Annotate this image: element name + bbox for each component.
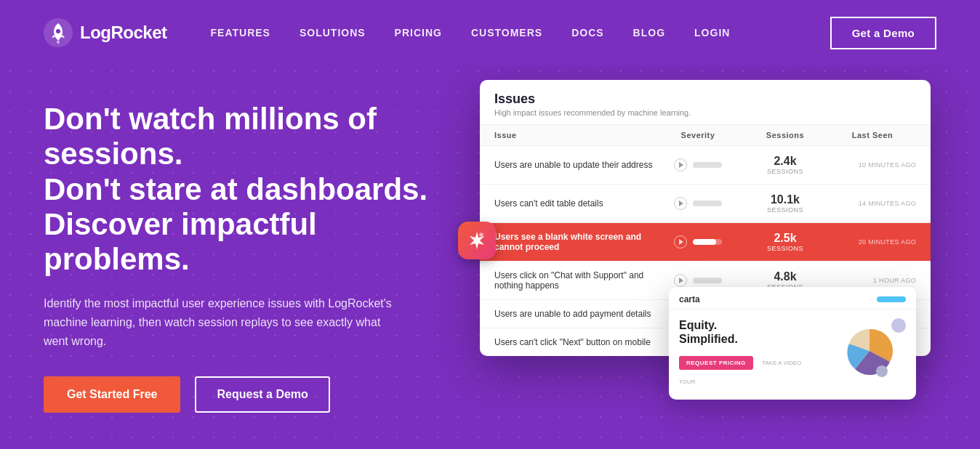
get-started-button[interactable]: Get Started Free	[44, 376, 180, 413]
carta-avatar2	[876, 365, 888, 377]
sessions-label: SESSIONS	[742, 206, 829, 214]
rocket-icon	[44, 18, 73, 47]
table-row-highlighted[interactable]: Users see a blank white screen and canno…	[480, 223, 931, 262]
nav-features[interactable]: FEATURES	[211, 27, 270, 39]
svg-point-1	[56, 29, 60, 33]
sessions-cell: 2.4k SESSIONS	[742, 155, 829, 175]
carta-body: Equity.Simplified. REQUEST PRICING TAKE …	[669, 310, 916, 400]
logo[interactable]: LogRocket	[44, 18, 167, 47]
sparkle-icon	[467, 230, 487, 251]
svg-point-2	[57, 41, 60, 44]
sessions-label: SESSIONS	[742, 168, 829, 175]
sessions-count: 4.8k	[742, 270, 829, 283]
last-seen: 1 HOUR AGO	[829, 277, 916, 284]
play-icon	[674, 274, 687, 287]
hero-buttons: Get Started Free Request a Demo	[44, 376, 451, 413]
logo-text: LogRocket	[80, 23, 167, 43]
nav-login[interactable]: LOGIN	[694, 27, 730, 39]
nav-docs[interactable]: DOCS	[571, 27, 603, 39]
issue-name: Users are unable to add payment details	[494, 309, 654, 319]
last-seen: 10 MINUTES AGO	[829, 161, 916, 169]
col-sessions: Sessions	[742, 131, 829, 139]
carta-header: carta	[669, 287, 916, 310]
carta-indicator	[877, 296, 906, 302]
table-row[interactable]: Users are unable to update their address…	[480, 146, 931, 185]
issues-subtitle: High impact issues recommended by machin…	[494, 108, 916, 117]
nav-customers[interactable]: CUSTOMERS	[471, 27, 542, 39]
col-issue: Issue	[494, 131, 654, 139]
hero-left: Don't watch millions of sessions. Don't …	[44, 87, 451, 413]
headline-line1: Don't watch millions of	[44, 102, 377, 136]
headline-line2: sessions.	[44, 137, 182, 171]
issue-name: Users are unable to update their address	[494, 160, 654, 170]
issue-name: Users can't click "Next" button on mobil…	[494, 337, 654, 347]
request-demo-button[interactable]: Request a Demo	[195, 376, 329, 413]
col-severity: Severity	[654, 131, 742, 139]
carta-text: Equity.Simplified. REQUEST PRICING TAKE …	[679, 318, 804, 391]
navbar: LogRocket FEATURES SOLUTIONS PRICING CUS…	[0, 0, 980, 65]
col-last-seen: Last Seen	[829, 131, 916, 139]
issues-table-header: Issue Severity Sessions Last Seen	[480, 124, 931, 146]
carta-panel: carta Equity.Simplified. REQUEST PRICING…	[669, 287, 916, 400]
severity-cell	[654, 197, 742, 210]
severity-cell	[654, 235, 742, 248]
play-icon	[674, 158, 687, 171]
severity-cell	[654, 274, 742, 287]
nav-blog[interactable]: BLOG	[633, 27, 665, 39]
nav-solutions[interactable]: SOLUTIONS	[300, 27, 366, 39]
carta-headline: Equity.Simplified.	[679, 318, 804, 346]
headline-line3: Don't stare at dashboards.	[44, 172, 427, 206]
carta-cta-button[interactable]: REQUEST PRICING	[679, 356, 753, 370]
issue-name: Users can't edit table details	[494, 198, 654, 209]
last-seen: 14 MINUTES AGO	[829, 200, 916, 207]
get-demo-button[interactable]: Get a Demo	[830, 17, 936, 49]
nav-pricing[interactable]: PRICING	[395, 27, 442, 39]
table-row[interactable]: Users can't edit table details 10.1k SES…	[480, 185, 931, 223]
pie-chart	[840, 322, 899, 380]
hero-section: Don't watch millions of sessions. Don't …	[0, 65, 980, 449]
hero-subtext: Identify the most impactful user experie…	[44, 294, 393, 350]
play-icon	[674, 197, 687, 210]
ml-spark-icon	[458, 222, 496, 259]
issues-title: Issues	[494, 92, 916, 107]
play-icon	[674, 235, 687, 248]
issue-name: Users click on "Chat with Support" and n…	[494, 270, 654, 291]
issues-header: Issues High impact issues recommended by…	[480, 80, 931, 124]
sessions-count: 2.4k	[742, 155, 829, 168]
hero-headline: Don't watch millions of sessions. Don't …	[44, 102, 451, 277]
sessions-cell: 10.1k SESSIONS	[742, 193, 829, 214]
sessions-count: 2.5k	[742, 232, 829, 245]
sessions-label: SESSIONS	[742, 245, 829, 252]
nav-links: FEATURES SOLUTIONS PRICING CUSTOMERS DOC…	[211, 27, 830, 39]
sessions-cell: 2.5k SESSIONS	[742, 232, 829, 252]
carta-logo: carta	[679, 294, 700, 304]
headline-line4: Discover impactful problems.	[44, 207, 317, 276]
severity-cell	[654, 158, 742, 171]
sessions-count: 10.1k	[742, 193, 829, 206]
carta-chart	[811, 318, 906, 391]
last-seen: 20 MINUTES AGO	[829, 238, 916, 246]
issue-name: Users see a blank white screen and canno…	[494, 232, 654, 252]
